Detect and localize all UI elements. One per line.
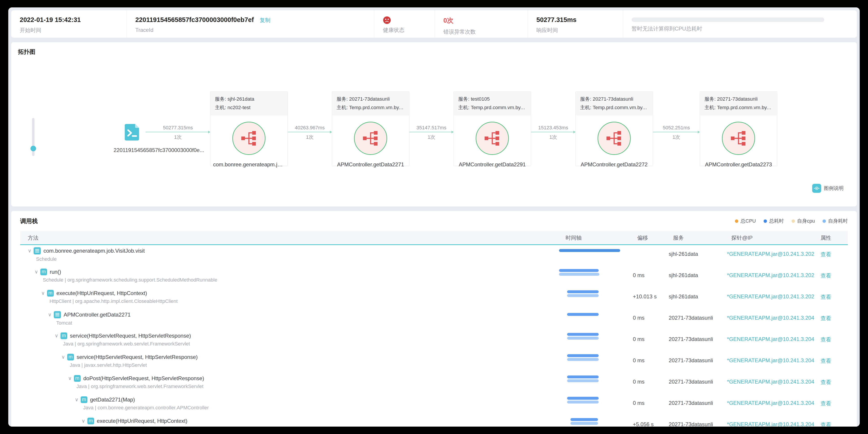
method-name[interactable]: execute(HttpUriRequest, HttpContext) [57, 290, 147, 296]
view-attributes-link[interactable]: 查看 [820, 293, 831, 300]
probe-link[interactable]: *GENERATEAPM.jar@10.241.3.204 [727, 357, 814, 364]
chevron-down-icon[interactable]: ∨ [68, 375, 74, 381]
topology-node: 服务: 20271-73datasunli 主机: Temp.prd.comm.… [332, 91, 409, 166]
method-name[interactable]: com.bonree.generateapm.job.VisitJob.visi… [43, 248, 145, 254]
node-host-line: 主机: Temp.prd.comm.vm.by.idc.b... [458, 103, 526, 112]
method-name[interactable]: execute(HttpUriRequest, HttpContext) [97, 418, 187, 424]
method-icon [74, 375, 81, 382]
view-attributes-link[interactable]: 查看 [820, 357, 831, 365]
column-attr: 属性 [814, 234, 848, 241]
service-node-icon[interactable] [354, 122, 387, 155]
offset-value: +5.056 s [626, 415, 662, 427]
trace-entry-script-icon[interactable] [123, 123, 141, 141]
method-name[interactable]: doPost(HttpServletRequest, HttpServletRe… [83, 375, 204, 381]
summary-response-time: 50277.315ms 响应时间 [528, 10, 623, 38]
self-duration-bar [559, 273, 599, 276]
probe-link[interactable]: *GENERATEAPM.jar@10.241.3.204 [727, 315, 814, 321]
timeline-cell [559, 373, 626, 394]
chevron-down-icon[interactable]: ∨ [41, 290, 47, 296]
table-row: ∨ execute(HttpUriRequest, HttpContext) H… [20, 288, 848, 309]
method-icon [54, 311, 61, 318]
node-method-label: APMController.getData2291 [454, 162, 531, 168]
chevron-down-icon[interactable]: ∨ [61, 354, 67, 360]
service-name: 20271-73datasunli [662, 373, 720, 394]
probe-link[interactable]: *GENERATEAPM.jar@10.241.3.204 [727, 379, 814, 385]
timeline-cell [559, 330, 626, 351]
service-node-icon[interactable] [232, 122, 266, 155]
table-row: ∨ service(HttpServletRequest, HttpServle… [20, 330, 848, 351]
table-row: ∨ execute(HttpUriRequest, HttpContext) +… [20, 415, 848, 427]
edge-duration-label: 40263.967ms [288, 125, 332, 131]
trace-id-value: 220119154565857fc3700003000f0eb7ef [135, 16, 254, 23]
edge-duration-label: 5052.251ms [653, 125, 700, 131]
call-stack-panel: 调用栈 总CPU总耗时自身cpu自身耗时 方法 时间轴 偏移 服务 探针@IP … [11, 211, 857, 427]
topology-panel: 拓扑图 220119154565857fc3700003000f0e... 50… [11, 42, 857, 206]
legend-dot-icon [764, 220, 767, 223]
service-name: 20271-73datasunli [662, 394, 720, 415]
probe-link[interactable]: *GENERATEAPM.jar@10.241.3.204 [727, 400, 814, 406]
probe-link[interactable]: *GENERATEAPM.jar@10.241.3.202 [727, 251, 814, 257]
topology-node-header: 服务: 20271-73datasunli 主机: Temp.prd.comm.… [332, 92, 409, 115]
total-duration-bar [567, 313, 599, 316]
method-name[interactable]: service(HttpServletRequest, HttpServletR… [70, 333, 191, 339]
copy-trace-id-link[interactable]: 复制 [260, 17, 271, 23]
probe-link[interactable]: *GENERATEAPM.jar@10.241.3.202 [727, 272, 814, 278]
table-row: ∨ doPost(HttpServletRequest, HttpServlet… [20, 373, 848, 394]
view-attributes-link[interactable]: 查看 [820, 336, 831, 343]
method-name[interactable]: service(HttpServletRequest, HttpServletR… [76, 354, 197, 360]
offset-value [626, 245, 662, 266]
service-node-icon[interactable] [597, 122, 631, 155]
method-cell: ∨ run() Schedule | org.springframework.s… [20, 266, 559, 288]
offset-value: 0 ms [626, 330, 662, 351]
method-icon [34, 247, 41, 255]
view-attributes-link[interactable]: 查看 [820, 315, 831, 322]
chevron-down-icon[interactable]: ∨ [28, 248, 34, 254]
service-node-icon[interactable] [476, 122, 509, 155]
timeline-cell [559, 415, 626, 427]
method-cell: ∨ doPost(HttpServletRequest, HttpServlet… [20, 373, 559, 394]
response-time-label: 响应时间 [536, 27, 623, 34]
chevron-down-icon[interactable]: ∨ [34, 269, 40, 275]
edge-count-label: 1次 [531, 134, 576, 141]
call-stack-rows: ∨ com.bonree.generateapm.job.VisitJob.vi… [20, 245, 848, 427]
error-count-label: 错误异常次数 [443, 28, 528, 35]
cpu-total-label: 暂时无法计算得到CPU总耗时 [631, 25, 857, 32]
node-method-label: APMController.getData2272 [576, 162, 653, 168]
summary-cpu-total: 暂时无法计算得到CPU总耗时 [623, 10, 857, 38]
offset-value: 0 ms [626, 373, 662, 394]
node-service-line: 服务: 20271-73datasunli [337, 95, 405, 103]
call-stack-title: 调用栈 [20, 217, 38, 225]
chevron-down-icon[interactable]: ∨ [48, 312, 54, 318]
view-attributes-link[interactable]: 查看 [820, 400, 831, 407]
column-offset: 偏移 [630, 234, 666, 241]
method-icon [81, 396, 87, 403]
probe-link[interactable]: *GENERATEAPM.jar@10.241.3.204 [727, 336, 814, 342]
chevron-down-icon[interactable]: ∨ [55, 333, 61, 339]
method-name[interactable]: getData2271(Map) [90, 397, 135, 403]
chevron-down-icon[interactable]: ∨ [82, 418, 87, 424]
column-service: 服务 [666, 234, 724, 241]
chevron-down-icon[interactable]: ∨ [75, 397, 81, 403]
view-attributes-link[interactable]: 查看 [820, 272, 831, 279]
timeline-cell [559, 288, 626, 309]
total-duration-bar [559, 269, 599, 272]
service-node-icon[interactable] [722, 122, 755, 155]
probe-link[interactable]: *GENERATEAPM.jar@10.241.3.202 [727, 293, 814, 299]
topology-node-body [210, 115, 287, 162]
legend-button-label: 图例说明 [824, 185, 844, 192]
total-duration-bar [567, 290, 599, 293]
service-name: sjhl-261data [662, 245, 720, 266]
service-name: 20271-73datasunli [662, 309, 720, 330]
call-stack-header-row: 方法 时间轴 偏移 服务 探针@IP 属性 [20, 231, 848, 245]
zoom-slider-knob[interactable] [30, 146, 36, 151]
probe-link[interactable]: *GENERATEAPM.jar@10.241.3.204 [727, 421, 814, 427]
topology-edge: 50277.315ms 1次 [146, 125, 210, 141]
view-attributes-link[interactable]: 查看 [820, 379, 831, 386]
legend-button[interactable]: 图例说明 [812, 184, 844, 193]
view-attributes-link[interactable]: 查看 [820, 421, 831, 427]
method-name[interactable]: run() [50, 269, 61, 275]
node-service-line: 服务: sjhl-261data [215, 95, 283, 103]
method-name[interactable]: APMController.getData2271 [64, 312, 131, 318]
offset-value: 0 ms [626, 351, 662, 373]
view-attributes-link[interactable]: 查看 [820, 251, 831, 258]
